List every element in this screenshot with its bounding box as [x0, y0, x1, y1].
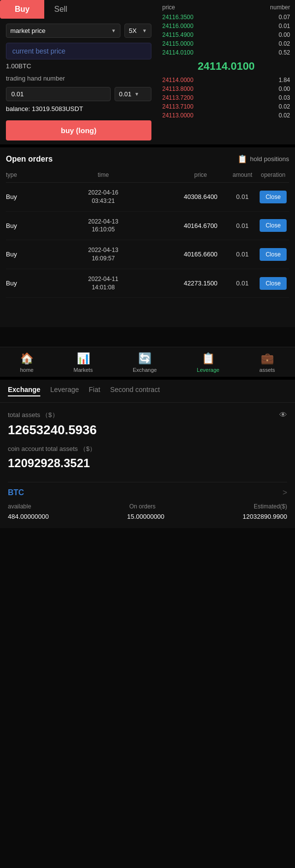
- bid-number: 1.84: [279, 77, 290, 84]
- qty-option-label: 0.01: [119, 90, 131, 98]
- buy-sell-tabs: Buy Sell: [0, 0, 157, 19]
- order-time: 2022-04-1114:01:08: [33, 275, 174, 292]
- order-price: 42273.1500: [174, 280, 228, 287]
- nav-item-assets[interactable]: 💼 assets: [260, 352, 275, 373]
- nav-icon: 🏠: [20, 352, 33, 365]
- order-type: Buy: [6, 193, 33, 200]
- nav-label: Markets: [74, 367, 93, 373]
- order-price: 40164.6700: [174, 222, 228, 229]
- assets-tab-fiat[interactable]: Fiat: [89, 386, 100, 396]
- leverage-select[interactable]: 5X ▼: [124, 24, 151, 38]
- available-value: 484.00000000: [8, 513, 49, 520]
- nav-item-leverage[interactable]: 📋 Leverage: [197, 352, 219, 373]
- ask-orders: 24116.35000.0724116.00000.0124115.49000.…: [162, 13, 290, 57]
- price-input[interactable]: [6, 43, 151, 59]
- buy-long-button[interactable]: buy (long): [6, 120, 151, 140]
- eye-icon[interactable]: 👁: [279, 411, 287, 420]
- nav-item-markets[interactable]: 📊 Markets: [74, 352, 93, 373]
- market-price-select[interactable]: market price ▼: [6, 24, 120, 38]
- order-amount: 0.01: [228, 280, 257, 287]
- bid-price: 24113.0000: [162, 112, 193, 119]
- order-price: 40308.6400: [174, 193, 228, 200]
- close-button[interactable]: Close: [260, 277, 287, 290]
- sell-tab[interactable]: Sell: [44, 0, 77, 19]
- bottom-nav: 🏠 home 📊 Markets 🔄 Exchange 📋 Leverage 💼…: [0, 347, 295, 377]
- btc-amount-label: 1.00BTC: [0, 59, 157, 73]
- bid-price: 24113.7200: [162, 94, 193, 101]
- order-operation[interactable]: Close: [257, 219, 289, 232]
- assets-tab-second-contract[interactable]: Second contract: [110, 386, 160, 396]
- ask-order-row: 24115.00000.02: [162, 39, 290, 48]
- chevron-down-icon: ▼: [142, 28, 147, 33]
- ask-order-row: 24114.01000.52: [162, 48, 290, 57]
- nav-label: Exchange: [133, 367, 157, 373]
- total-assets-value: 12653240.5936: [8, 422, 287, 438]
- ask-price: 24114.0100: [162, 49, 193, 56]
- on-orders-value: 15.00000000: [127, 513, 164, 520]
- bid-price: 24113.8000: [162, 85, 193, 92]
- ask-price: 24115.4900: [162, 31, 193, 38]
- order-amount: 0.01: [228, 222, 257, 229]
- buy-tab[interactable]: Buy: [0, 0, 44, 19]
- total-assets-label-row: total assets （$） 👁: [8, 411, 287, 420]
- col-time-header: time: [33, 171, 174, 178]
- balance-display: balance: 13019.5083USDT: [0, 101, 157, 116]
- order-amount: 0.01: [228, 193, 257, 200]
- bid-price: 24113.7100: [162, 103, 193, 110]
- estimated-header: Estimated($): [254, 503, 287, 510]
- assets-tab-exchange[interactable]: Exchange: [8, 386, 40, 396]
- nav-icon: 💼: [261, 352, 274, 365]
- assets-tab-leverage[interactable]: Leverage: [50, 386, 79, 396]
- price-column-header: price: [162, 4, 175, 11]
- on-orders-header: On orders: [129, 503, 155, 510]
- total-assets-section: total assets （$） 👁 12653240.5936 coin ac…: [0, 403, 295, 482]
- quantity-input[interactable]: [6, 87, 111, 101]
- hold-positions-label: hold positions: [250, 155, 290, 163]
- order-time: 2022-04-1603:43:21: [33, 189, 174, 205]
- number-column-header: number: [270, 4, 290, 11]
- bid-order-row: 24113.71000.02: [162, 102, 290, 111]
- order-book-header: price number: [162, 4, 290, 11]
- close-button[interactable]: Close: [260, 248, 287, 261]
- order-operation[interactable]: Close: [257, 277, 289, 290]
- btc-chevron-icon: >: [283, 488, 287, 497]
- coin-account-label: coin account total assets （$）: [8, 445, 287, 453]
- bid-number: 0.02: [279, 112, 290, 119]
- ask-number: 0.01: [279, 23, 290, 29]
- order-time: 2022-04-1316:09:57: [33, 246, 174, 263]
- order-type: Buy: [6, 222, 33, 229]
- order-time: 2022-04-1316:10:05: [33, 218, 174, 234]
- btc-row[interactable]: BTC >: [8, 482, 287, 503]
- controls-row: market price ▼ 5X ▼: [0, 19, 157, 38]
- quantity-select[interactable]: 0.01 ▼: [115, 87, 151, 101]
- trading-hand-label: trading hand number: [0, 73, 157, 84]
- order-operation[interactable]: Close: [257, 248, 289, 261]
- nav-icon: 🔄: [138, 352, 151, 365]
- order-type: Buy: [6, 251, 33, 258]
- order-amount: 0.01: [228, 251, 257, 258]
- estimated-value: 12032890.9900: [243, 513, 287, 520]
- bid-order-row: 24113.80000.00: [162, 84, 290, 93]
- bid-order-row: 24113.72000.03: [162, 93, 290, 102]
- bid-orders: 24114.00001.8424113.80000.0024113.72000.…: [162, 76, 290, 120]
- nav-item-exchange[interactable]: 🔄 Exchange: [133, 352, 157, 373]
- nav-icon: 📊: [77, 352, 90, 365]
- open-orders-title: Open orders: [6, 155, 53, 164]
- available-header: available: [8, 503, 31, 510]
- nav-label: home: [20, 367, 34, 373]
- ask-number: 0.00: [279, 31, 290, 38]
- hold-positions-button[interactable]: 📋 hold positions: [237, 154, 290, 164]
- nav-item-home[interactable]: 🏠 home: [20, 352, 34, 373]
- ask-price: 24116.3500: [162, 14, 193, 21]
- bid-number: 0.03: [279, 94, 290, 101]
- ask-price: 24115.0000: [162, 40, 193, 47]
- close-button[interactable]: Close: [260, 219, 287, 232]
- open-orders-header: Open orders 📋 hold positions: [6, 154, 289, 164]
- chevron-down-icon: ▼: [111, 28, 116, 33]
- bid-price: 24114.0000: [162, 77, 193, 84]
- order-operation[interactable]: Close: [257, 191, 289, 203]
- close-button[interactable]: Close: [260, 191, 287, 203]
- col-type-header: type: [6, 171, 33, 178]
- nav-label: Leverage: [197, 367, 219, 373]
- col-amount-header: amount: [228, 171, 257, 178]
